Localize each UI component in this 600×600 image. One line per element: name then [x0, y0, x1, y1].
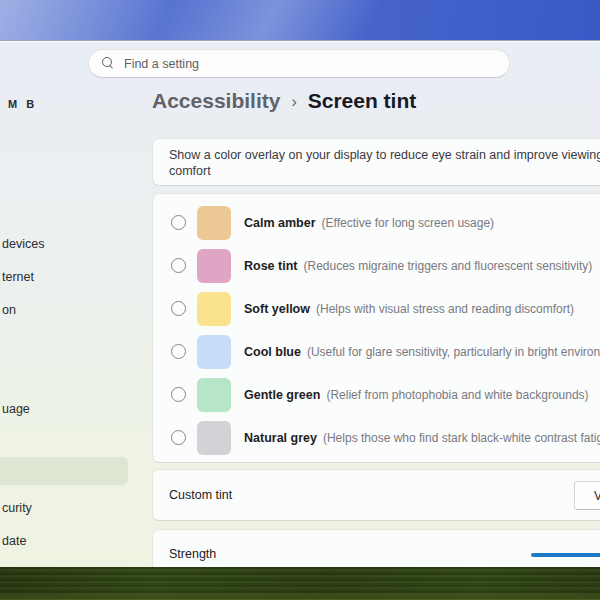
breadcrumb-accessibility[interactable]: Accessibility [152, 89, 280, 113]
description-line-1: Show a color overlay on your display to … [169, 147, 600, 163]
search-input[interactable]: Find a setting [88, 49, 510, 78]
tint-note: (Relief from photophobia and white backg… [326, 388, 588, 402]
tint-option-cool-blue[interactable]: Cool blue (Useful for glare sensitivity,… [153, 330, 600, 373]
tint-name: Rose tint [244, 259, 297, 273]
tint-name: Cool blue [244, 345, 301, 359]
radio-button[interactable] [171, 215, 186, 230]
color-swatch [197, 206, 231, 240]
chevron-right-icon: › [291, 91, 296, 111]
tint-option-natural-grey[interactable]: Natural grey (Helps those who find stark… [153, 416, 600, 459]
description-card: Show a color overlay on your display to … [152, 138, 600, 186]
search-icon [102, 57, 115, 70]
custom-tint-card: Custom tint V [152, 469, 600, 521]
tint-note: (Helps those who find stark black-white … [323, 431, 600, 445]
tint-name: Gentle green [244, 388, 320, 402]
radio-button[interactable] [171, 387, 186, 402]
sidebar-item-accessibility-selected[interactable] [0, 457, 128, 485]
custom-tint-button[interactable]: V [574, 481, 600, 510]
breadcrumb: Accessibility › Screen tint [152, 89, 416, 113]
user-name-fragment: M B [8, 98, 37, 110]
sidebar-item-network-internet[interactable]: ternet [2, 270, 34, 284]
desktop-wallpaper-sky [0, 0, 600, 40]
sidebar-item-windows-update[interactable]: date [2, 534, 26, 548]
tint-name: Natural grey [244, 431, 317, 445]
color-swatch [197, 249, 231, 283]
tint-option-soft-yellow[interactable]: Soft yellow (Helps with visual stress an… [153, 287, 600, 330]
color-swatch [197, 378, 231, 412]
color-swatch [197, 421, 231, 455]
sidebar-item-bluetooth-devices[interactable]: devices [2, 237, 44, 251]
tint-option-gentle-green[interactable]: Gentle green (Relief from photophobia an… [153, 373, 600, 416]
tint-option-rose-tint[interactable]: Rose tint (Reduces migraine triggers and… [153, 244, 600, 287]
tint-option-calm-amber[interactable]: Calm amber (Effective for long screen us… [153, 201, 600, 244]
search-placeholder: Find a setting [124, 57, 199, 71]
strength-card: Strength [152, 529, 600, 567]
tint-note: (Helps with visual stress and reading di… [316, 302, 574, 316]
radio-button[interactable] [171, 258, 186, 273]
radio-button[interactable] [171, 344, 186, 359]
color-swatch [197, 292, 231, 326]
tint-name: Calm amber [244, 216, 316, 230]
tint-note: (Effective for long screen usage) [322, 216, 495, 230]
sidebar-item-time-language[interactable]: uage [2, 402, 30, 416]
radio-button[interactable] [171, 301, 186, 316]
custom-tint-label: Custom tint [169, 488, 232, 502]
radio-button[interactable] [171, 430, 186, 445]
settings-window: Find a setting M B devices ternet on uag… [0, 40, 600, 567]
tint-note: (Reduces migraine triggers and fluoresce… [303, 259, 592, 273]
description-line-2: comfort [169, 163, 600, 179]
sidebar-item-privacy-security[interactable]: curity [2, 501, 32, 515]
color-swatch [197, 335, 231, 369]
strength-slider[interactable] [531, 553, 600, 557]
strength-label: Strength [169, 547, 216, 561]
sidebar-item-personalization[interactable]: on [2, 303, 16, 317]
tint-note: (Useful for glare sensitivity, particula… [307, 345, 600, 359]
tint-name: Soft yellow [244, 302, 310, 316]
desktop-wallpaper-grass [0, 567, 600, 600]
page-title: Screen tint [308, 89, 417, 113]
screenshot-canvas: Find a setting M B devices ternet on uag… [0, 0, 600, 600]
tint-options-card: Calm amber (Effective for long screen us… [152, 193, 600, 463]
